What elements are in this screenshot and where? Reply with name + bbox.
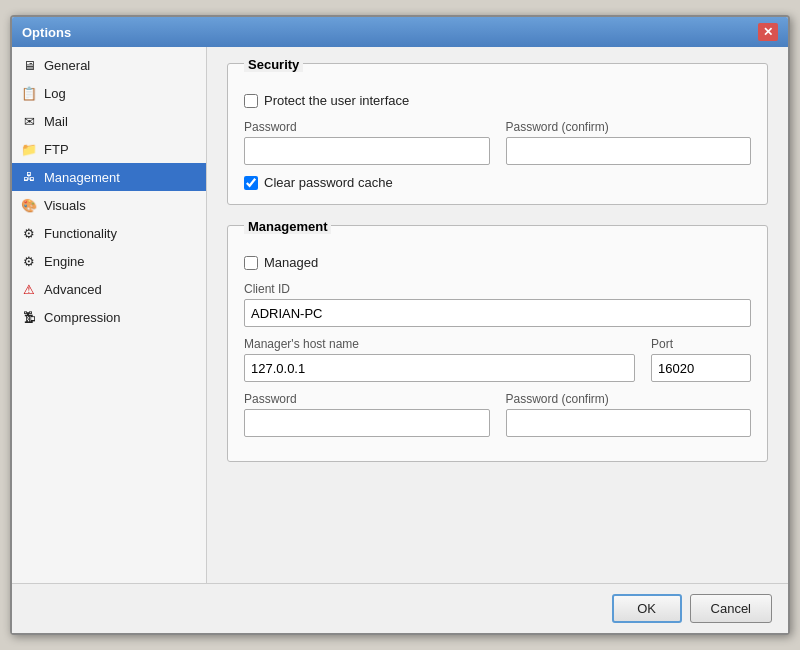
host-input[interactable]	[244, 354, 635, 382]
management-password-row: Password Password (confirm)	[244, 392, 751, 437]
ftp-icon	[20, 140, 38, 158]
sidebar-label-mail: Mail	[44, 114, 68, 129]
mail-icon	[20, 112, 38, 130]
dialog-body: General Log Mail FTP Management Visuals	[12, 47, 788, 583]
sidebar-item-ftp[interactable]: FTP	[12, 135, 206, 163]
protect-ui-checkbox[interactable]	[244, 94, 258, 108]
security-section: Security Protect the user interface Pass…	[227, 63, 768, 205]
managed-label[interactable]: Managed	[264, 255, 318, 270]
port-label: Port	[651, 337, 751, 351]
sidebar-label-advanced: Advanced	[44, 282, 102, 297]
sidebar-item-general[interactable]: General	[12, 51, 206, 79]
advanced-icon	[20, 280, 38, 298]
security-group: Security Protect the user interface Pass…	[227, 63, 768, 205]
close-button[interactable]: ✕	[758, 23, 778, 41]
management-icon	[20, 168, 38, 186]
management-password-field: Password	[244, 392, 490, 437]
sidebar-label-general: General	[44, 58, 90, 73]
sidebar-item-functionality[interactable]: Functionality	[12, 219, 206, 247]
dialog-title: Options	[22, 25, 71, 40]
management-password-label: Password	[244, 392, 490, 406]
sidebar-label-functionality: Functionality	[44, 226, 117, 241]
client-id-field: Client ID	[244, 282, 751, 327]
management-password-confirm-label: Password (confirm)	[506, 392, 752, 406]
security-password-confirm-field: Password (confirm)	[506, 120, 752, 165]
sidebar-item-log[interactable]: Log	[12, 79, 206, 107]
sidebar-item-engine[interactable]: Engine	[12, 247, 206, 275]
clear-cache-checkbox[interactable]	[244, 176, 258, 190]
sidebar-label-log: Log	[44, 86, 66, 101]
port-input[interactable]	[651, 354, 751, 382]
clear-cache-label[interactable]: Clear password cache	[264, 175, 393, 190]
sidebar-label-management: Management	[44, 170, 120, 185]
sidebar-item-compression[interactable]: Compression	[12, 303, 206, 331]
management-group-title: Management	[244, 219, 331, 234]
sidebar-label-engine: Engine	[44, 254, 84, 269]
sidebar-label-compression: Compression	[44, 310, 121, 325]
options-dialog: Options ✕ General Log Mail FTP	[10, 15, 790, 635]
visuals-icon	[20, 196, 38, 214]
security-password-confirm-input[interactable]	[506, 137, 752, 165]
security-group-title: Security	[244, 57, 303, 72]
log-icon	[20, 84, 38, 102]
security-password-label: Password	[244, 120, 490, 134]
cancel-button[interactable]: Cancel	[690, 594, 772, 623]
functionality-icon	[20, 224, 38, 242]
protect-ui-row: Protect the user interface	[244, 93, 751, 108]
sidebar-item-management[interactable]: Management	[12, 163, 206, 191]
clear-cache-row: Clear password cache	[244, 175, 751, 190]
sidebar-label-ftp: FTP	[44, 142, 69, 157]
compression-icon	[20, 308, 38, 326]
managed-checkbox[interactable]	[244, 256, 258, 270]
management-section: Management Managed Client ID Manage	[227, 225, 768, 462]
security-password-row: Password Password (confirm)	[244, 120, 751, 165]
management-password-input[interactable]	[244, 409, 490, 437]
protect-ui-label[interactable]: Protect the user interface	[264, 93, 409, 108]
management-group: Management Managed Client ID Manage	[227, 225, 768, 462]
security-password-field: Password	[244, 120, 490, 165]
sidebar-item-advanced[interactable]: Advanced	[12, 275, 206, 303]
engine-icon	[20, 252, 38, 270]
security-password-input[interactable]	[244, 137, 490, 165]
general-icon	[20, 56, 38, 74]
port-field: Port	[651, 337, 751, 382]
host-field: Manager's host name	[244, 337, 635, 382]
title-bar: Options ✕	[12, 17, 788, 47]
sidebar: General Log Mail FTP Management Visuals	[12, 47, 207, 583]
main-content: Security Protect the user interface Pass…	[207, 47, 788, 583]
dialog-footer: OK Cancel	[12, 583, 788, 633]
client-id-input[interactable]	[244, 299, 751, 327]
sidebar-label-visuals: Visuals	[44, 198, 86, 213]
ok-button[interactable]: OK	[612, 594, 682, 623]
client-id-label: Client ID	[244, 282, 751, 296]
security-password-confirm-label: Password (confirm)	[506, 120, 752, 134]
host-port-row: Manager's host name Port	[244, 337, 751, 382]
host-label: Manager's host name	[244, 337, 635, 351]
sidebar-item-mail[interactable]: Mail	[12, 107, 206, 135]
client-id-row: Client ID	[244, 282, 751, 327]
management-password-confirm-input[interactable]	[506, 409, 752, 437]
managed-row: Managed	[244, 255, 751, 270]
sidebar-item-visuals[interactable]: Visuals	[12, 191, 206, 219]
management-password-confirm-field: Password (confirm)	[506, 392, 752, 437]
